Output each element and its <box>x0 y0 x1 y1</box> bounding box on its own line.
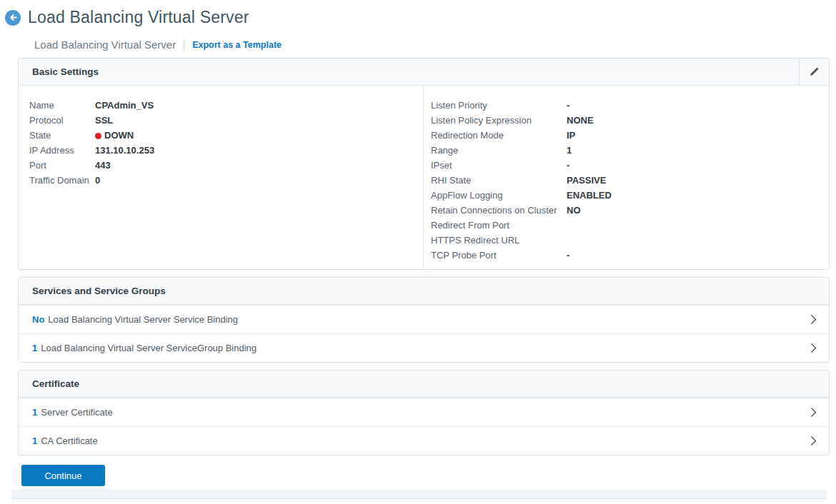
breadcrumb: Load Balancing Virtual Server <box>34 39 176 51</box>
certificate-panel-header: Certificate <box>19 371 829 398</box>
arrow-left-icon <box>9 13 18 22</box>
row-service-binding[interactable]: No Load Balancing Virtual Server Service… <box>19 305 829 333</box>
page-header: Load Balancing Virtual Server <box>0 0 836 27</box>
basic-settings-body: Name CPAdmin_VS Protocol SSL State DOWN … <box>19 86 829 269</box>
basic-settings-left-column: Name CPAdmin_VS Protocol SSL State DOWN … <box>19 86 424 269</box>
row-ca-certificate[interactable]: 1 CA Certificate <box>19 426 829 455</box>
field-https-redirect-url: HTTPS Redirect URL <box>431 233 829 248</box>
sub-header: Load Balancing Virtual Server Export as … <box>34 39 836 51</box>
chevron-right-icon <box>810 343 817 353</box>
footer-strip <box>11 490 827 499</box>
field-protocol: Protocol SSL <box>29 113 423 128</box>
edit-basic-settings-button[interactable] <box>799 59 829 86</box>
field-rhi-state: RHI State PASSIVE <box>431 173 829 188</box>
field-tcp-probe-port: TCP Probe Port - <box>431 248 829 263</box>
field-listen-policy-expression: Listen Policy Expression NONE <box>431 113 829 128</box>
field-port: Port 443 <box>29 158 423 173</box>
row-server-certificate[interactable]: 1 Server Certificate <box>19 398 829 426</box>
basic-settings-title: Basic Settings <box>32 66 99 77</box>
services-panel: Services and Service Groups No Load Bala… <box>18 277 830 363</box>
field-ip-address: IP Address 131.10.10.253 <box>29 143 423 158</box>
back-button[interactable] <box>5 10 21 26</box>
certificate-panel: Certificate 1 Server Certificate 1 CA Ce… <box>18 370 830 455</box>
basic-settings-right-column: Listen Priority - Listen Policy Expressi… <box>424 86 829 269</box>
basic-settings-header: Basic Settings <box>19 59 829 86</box>
chevron-right-icon <box>810 407 817 418</box>
basic-settings-panel: Basic Settings Name CPAdmin_VS Protocol … <box>18 58 830 270</box>
certificate-panel-title: Certificate <box>32 378 79 389</box>
vertical-divider <box>184 39 184 51</box>
field-ipset: IPset - <box>431 158 829 173</box>
pencil-icon <box>809 66 820 77</box>
export-template-link[interactable]: Export as a Template <box>192 40 282 50</box>
continue-button[interactable]: Continue <box>21 465 105 486</box>
chevron-right-icon <box>810 435 817 446</box>
field-listen-priority: Listen Priority - <box>431 98 829 113</box>
field-traffic-domain: Traffic Domain 0 <box>29 173 423 188</box>
field-redirection-mode: Redirection Mode IP <box>431 128 829 143</box>
field-appflow-logging: AppFlow Logging ENABLED <box>431 188 829 203</box>
field-name: Name CPAdmin_VS <box>29 98 423 113</box>
field-range: Range 1 <box>431 143 829 158</box>
field-state: State DOWN <box>29 128 423 143</box>
status-dot-icon <box>95 133 101 139</box>
chevron-right-icon <box>810 314 817 325</box>
lb-virtual-server-page: Load Balancing Virtual Server Load Balan… <box>0 0 836 504</box>
page-title: Load Balancing Virtual Server <box>28 8 249 27</box>
field-retain-connections-on-cluster: Retain Connections on Cluster NO <box>431 203 829 218</box>
state-value: DOWN <box>95 128 134 143</box>
services-panel-title: Services and Service Groups <box>32 286 166 296</box>
field-redirect-from-port: Redirect From Port <box>431 218 829 233</box>
row-servicegroup-binding[interactable]: 1 Load Balancing Virtual Server ServiceG… <box>19 333 829 362</box>
services-panel-header: Services and Service Groups <box>19 278 829 305</box>
